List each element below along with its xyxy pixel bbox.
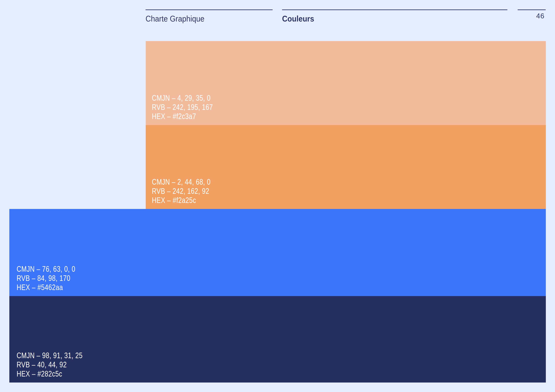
header-rule-left bbox=[146, 9, 273, 10]
swatch-specs: CMJN – 76, 63, 0, 0 RVB – 84, 98, 170 HE… bbox=[17, 264, 75, 292]
hex-value: HEX – #f2c3a7 bbox=[152, 112, 213, 121]
cmjn-value: CMJN – 98, 91, 31, 25 bbox=[17, 351, 83, 360]
rvb-value: RVB – 40, 44, 92 bbox=[17, 360, 83, 369]
cmjn-value: CMJN – 2, 44, 68, 0 bbox=[152, 177, 211, 186]
color-swatch-peach: CMJN – 4, 29, 35, 0 RVB – 242, 195, 167 … bbox=[146, 41, 546, 125]
section-label: Charte Graphique bbox=[146, 14, 204, 23]
page-number: 46 bbox=[536, 12, 545, 20]
hex-value: HEX – #f2a25c bbox=[152, 196, 211, 205]
hex-value: HEX – #282c5c bbox=[17, 369, 83, 378]
swatch-specs: CMJN – 2, 44, 68, 0 RVB – 242, 162, 92 H… bbox=[152, 177, 211, 205]
header-rule-center bbox=[282, 9, 507, 10]
hex-value: HEX – #5462aa bbox=[17, 283, 75, 292]
color-swatch-navy: CMJN – 98, 91, 31, 25 RVB – 40, 44, 92 H… bbox=[9, 296, 546, 383]
rvb-value: RVB – 242, 162, 92 bbox=[152, 186, 211, 196]
swatch-specs: CMJN – 98, 91, 31, 25 RVB – 40, 44, 92 H… bbox=[17, 351, 83, 378]
cmjn-value: CMJN – 76, 63, 0, 0 bbox=[17, 264, 75, 274]
charte-graphique-page: { "page": { "number": "46", "background"… bbox=[0, 0, 555, 392]
rvb-value: RVB – 242, 195, 167 bbox=[152, 103, 213, 112]
color-swatch-orange: CMJN – 2, 44, 68, 0 RVB – 242, 162, 92 H… bbox=[146, 125, 546, 209]
header-rule-right bbox=[518, 9, 546, 10]
swatch-specs: CMJN – 4, 29, 35, 0 RVB – 242, 195, 167 … bbox=[152, 93, 213, 121]
page-title: Couleurs bbox=[282, 14, 314, 23]
cmjn-value: CMJN – 4, 29, 35, 0 bbox=[152, 93, 213, 103]
color-swatch-blue: CMJN – 76, 63, 0, 0 RVB – 84, 98, 170 HE… bbox=[9, 209, 546, 296]
rvb-value: RVB – 84, 98, 170 bbox=[17, 274, 75, 283]
